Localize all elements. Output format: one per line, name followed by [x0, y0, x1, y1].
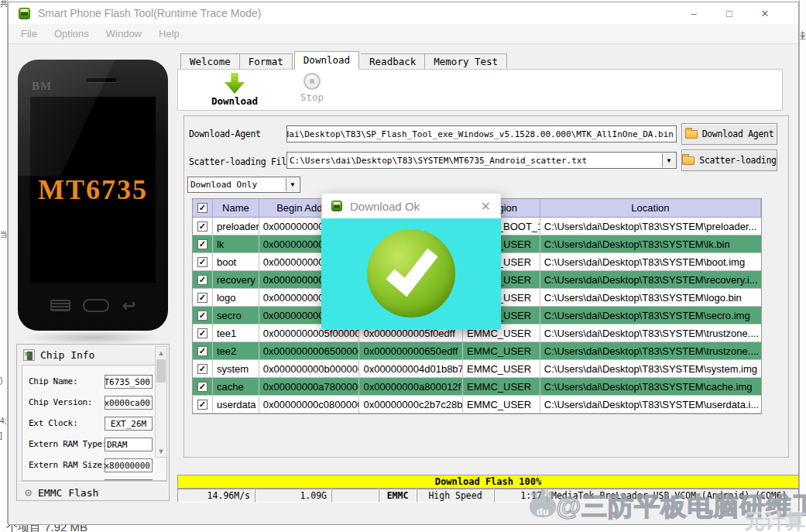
menu-item-help[interactable]: Help [150, 28, 188, 39]
table-cell-check: ✓ [193, 342, 213, 360]
table-cell-location: C:\Users\dai\Desktop\T83\SYSTEM\trustzon… [540, 324, 761, 342]
scroll-up-icon[interactable]: ▲ [156, 347, 166, 359]
table-cell-check: ✓ [193, 253, 213, 271]
table-cell-end-address: 0x00000000a800012f [359, 378, 463, 396]
dialog-title-bar[interactable]: Download Ok ✕ [321, 193, 501, 218]
checkbox-checked-icon[interactable]: ✓ [197, 293, 208, 303]
table-cell-begin-address: 0x000000000b000000 [259, 360, 360, 378]
scrollbar-thumb[interactable] [156, 359, 166, 383]
chevron-down-icon[interactable]: ▼ [662, 153, 675, 167]
background-glyph: ) [0, 376, 2, 385]
chip-field-value: 0x80000000 [105, 458, 153, 472]
table-row-cache[interactable]: ✓cache0x00000000a78000000x00000000a80001… [193, 378, 761, 396]
checkbox-checked-icon[interactable]: ✓ [197, 364, 208, 374]
chip-field-value: MT6735_S00 [105, 375, 153, 389]
phone-soc-label: MT6735 [38, 173, 148, 206]
chip-field-row: Extern RAM Type:DRAM [22, 438, 166, 451]
stop-button-label: Stop [300, 91, 324, 103]
tab-download[interactable]: Download [294, 51, 359, 70]
tab-welcome[interactable]: Welcome [180, 53, 240, 70]
chip-field-row: Extern RAM Size:0x80000000 [22, 458, 166, 472]
flash-tool-window: Smart Phone Flash Tool(Runtime Trace Mod… [8, 2, 799, 525]
folder-icon [682, 156, 695, 165]
table-cell-location: C:\Users\dai\Desktop\T83\SYSTEM\preloade… [540, 218, 761, 235]
download-mode-combo[interactable]: Download Only ▼ [187, 177, 300, 193]
table-cell-name: preloader [213, 218, 259, 235]
table-cell-name: logo [213, 289, 259, 307]
scatter-file-label: Scatter-loading File [189, 156, 291, 167]
download-agent-input[interactable]: \Users\dai\Desktop\T83\SP_Flash_Tool_exe… [286, 125, 677, 142]
table-row-system[interactable]: ✓system0x000000000b0000000x000000004d01b… [193, 360, 761, 378]
table-cell-location: C:\Users\dai\Desktop\T83\SYSTEM\userdata… [540, 396, 761, 414]
background-glyph: 4:) [0, 417, 8, 425]
status-speed-mode: High Speed [417, 489, 494, 503]
close-button[interactable]: ✕ [747, 2, 783, 24]
chip-field-row: Chip Version:0x0000ca00 [22, 396, 166, 410]
scatter-file-combo[interactable]: C:\Users\dai\Desktop\T83\SYSTEM\MT6735_A… [286, 152, 677, 169]
checkbox-checked-icon[interactable]: ✓ [197, 203, 208, 213]
table-header-location[interactable]: Location [540, 199, 761, 218]
download-button[interactable]: Download [200, 73, 269, 107]
folder-icon [685, 130, 698, 139]
download-ok-dialog: Download Ok ✕ [321, 193, 501, 329]
chip-info-fields: Chip Name:MT6735_S00Chip Version:0x0000c… [22, 365, 167, 481]
scroll-down-icon[interactable]: ▼ [156, 445, 166, 457]
table-cell-location: C:\Users\dai\Desktop\T83\SYSTEM\boot.img [540, 253, 761, 271]
chip-field-label: Chip Name: [29, 376, 77, 386]
table-cell-check: ✓ [193, 396, 213, 414]
checkbox-checked-icon[interactable]: ✓ [197, 221, 208, 232]
tab-readback[interactable]: Readback [361, 53, 425, 70]
title-bar[interactable]: Smart Phone Flash Tool(Runtime Trace Mod… [9, 2, 798, 24]
checkbox-checked-icon[interactable]: ✓ [197, 400, 208, 410]
scatter-loading-button[interactable]: Scatter-loading [681, 149, 777, 171]
checkbox-checked-icon[interactable]: ✓ [197, 239, 208, 249]
table-row-tee2[interactable]: ✓tee20x00000000065000000x000000000650edf… [193, 342, 761, 360]
window-title: Smart Phone Flash Tool(Runtime Trace Mod… [38, 7, 261, 19]
checkbox-checked-icon[interactable]: ✓ [197, 346, 208, 356]
minimize-button[interactable]: – [676, 2, 712, 24]
checkbox-checked-icon[interactable]: ✓ [197, 382, 208, 392]
table-cell-name: secro [213, 307, 259, 324]
table-cell-begin-address: 0x00000000a7800000 [259, 378, 360, 396]
table-header-name[interactable]: Name [213, 199, 259, 218]
scatter-loading-button-label: Scatter-loading [699, 155, 776, 166]
phone-home-icon [83, 299, 109, 312]
table-row-userdata[interactable]: ✓userdata0x00000000c08000000x00000000c2b… [193, 396, 761, 414]
checkbox-checked-icon[interactable]: ✓ [197, 311, 208, 321]
background-glyph: ] [0, 431, 2, 440]
background-glyph: 共 [0, 0, 8, 9]
stop-button[interactable]: Stop [277, 73, 347, 103]
tab-memory-test[interactable]: Memory Test [425, 53, 507, 70]
status-com-port: MediaTek PreLoader USB VCOM (Android) (C… [547, 489, 799, 503]
maximize-button[interactable]: □ [712, 2, 747, 24]
menu-bar: FileOptionsWindowHelp [9, 24, 798, 44]
chevron-down-icon[interactable]: ▼ [286, 178, 299, 191]
download-arrow-icon [225, 73, 245, 94]
table-cell-begin-address: 0x0000000006500000 [259, 342, 360, 360]
table-cell-check: ✓ [193, 307, 213, 324]
chip-field-label: Chip Version: [29, 397, 92, 407]
gear-icon: ⚙ [25, 487, 32, 499]
progress-label: Download Flash 100% [435, 476, 541, 487]
dialog-close-icon[interactable]: ✕ [481, 199, 491, 214]
chip-info-scrollbar[interactable]: ▲ ▼ [155, 346, 167, 458]
table-cell-name: system [213, 360, 259, 378]
table-cell-end-address: 0x000000004d01b8b7 [359, 360, 463, 378]
checkbox-checked-icon[interactable]: ✓ [197, 257, 208, 267]
menu-item-options[interactable]: Options [46, 28, 98, 39]
chip-field-label: Ext Clock: [29, 418, 77, 428]
table-cell-check: ✓ [193, 289, 213, 307]
table-cell-location: C:\Users\dai\Desktop\T83\SYSTEM\logo.bin [540, 289, 761, 307]
download-agent-button[interactable]: Download Agent [681, 123, 777, 145]
table-cell-name: cache [213, 378, 259, 396]
checkbox-checked-icon[interactable]: ✓ [197, 328, 208, 338]
tab-format[interactable]: Format [240, 53, 293, 70]
dialog-app-icon [331, 201, 342, 211]
checkbox-checked-icon[interactable]: ✓ [197, 275, 208, 285]
status-speed: 14.96M/s [177, 489, 255, 503]
scatter-file-value: C:\Users\dai\Desktop\T83\SYSTEM\MT6735_A… [290, 156, 587, 166]
chip-field-label: Extern RAM Size: [29, 460, 107, 470]
menu-item-file[interactable]: File [12, 28, 46, 39]
chip-field-row: Ext Clock:EXT_26M [22, 417, 166, 431]
menu-item-window[interactable]: Window [98, 28, 150, 39]
